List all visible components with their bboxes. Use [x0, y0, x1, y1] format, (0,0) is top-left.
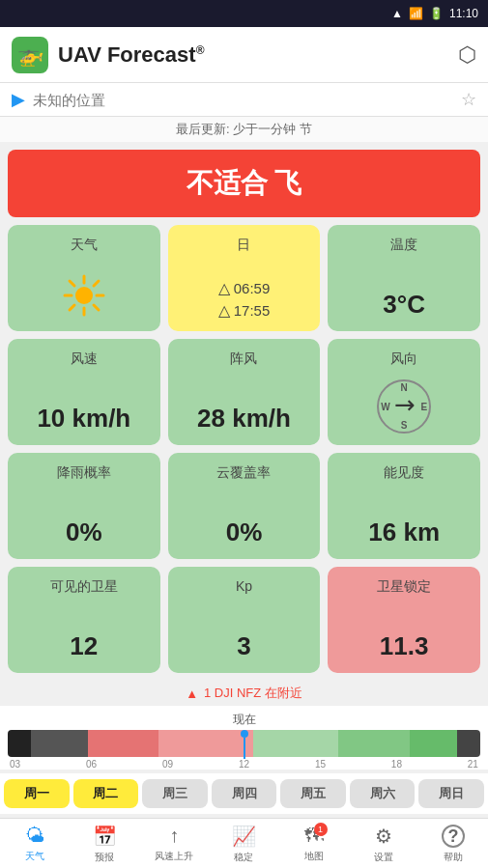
time-label-12: 12 [239, 759, 249, 770]
nav-map[interactable]: 🗺 1 地图 [279, 825, 349, 864]
timeline-segment-green2 [338, 730, 409, 757]
kp-card[interactable]: Kp 3 [168, 567, 321, 673]
nav-stable[interactable]: 📈 稳定 [209, 825, 278, 864]
svg-line-8 [70, 305, 74, 310]
kp-title: Kp [236, 578, 252, 594]
gust-value: 28 km/h [197, 404, 291, 434]
wind-speed-title: 风速 [71, 350, 98, 368]
temperature-title: 温度 [390, 237, 417, 254]
rain-card[interactable]: 降雨概率 0% [8, 453, 160, 559]
compass-widget: N S W E ↙ [377, 379, 431, 434]
weather-grid: 天气 日 [0, 225, 488, 681]
nav-weather[interactable]: 🌤 天气 [0, 825, 70, 864]
search-bar: ▶ ☆ [0, 83, 488, 117]
warning-banner: ▲ 1 DJI NFZ 在附近 [0, 681, 488, 706]
nav-settings[interactable]: ⚙ 设置 [349, 825, 418, 864]
satellites-card[interactable]: 可见的卫星 12 [8, 567, 160, 673]
wind-direction-card[interactable]: 风向 N S W E ↙ [328, 339, 480, 445]
nav-help-label: 帮助 [444, 851, 463, 864]
kp-value: 3 [237, 631, 250, 661]
nav-weather-icon: 🌤 [25, 825, 44, 847]
nav-map-label: 地图 [304, 850, 324, 863]
signal-icon: 📶 [409, 7, 423, 20]
sun-times-info: △ 06:59 △ 17:55 [218, 279, 271, 320]
map-badge-count: 1 [314, 823, 328, 836]
svg-line-5 [70, 281, 74, 286]
now-pointer [241, 730, 248, 759]
share-button[interactable]: ⬡ [458, 42, 476, 68]
day-tab-friday[interactable]: 周五 [280, 779, 346, 808]
sun-svg [61, 272, 107, 319]
sunset-row: △ 17:55 [218, 301, 271, 320]
nav-help-icon: ? [442, 825, 465, 848]
cloud-card[interactable]: 云覆盖率 0% [168, 453, 321, 559]
nav-forecast-label: 预报 [95, 851, 114, 864]
app-logo: 🚁 [12, 37, 48, 73]
satellite-lock-card[interactable]: 卫星锁定 11.3 [328, 567, 480, 673]
search-input[interactable] [33, 92, 453, 108]
location-icon[interactable]: ▶ [12, 89, 25, 110]
visibility-title: 能见度 [384, 464, 424, 482]
time: 11:10 [449, 7, 478, 20]
timeline-segment-dark1 [8, 730, 31, 757]
svg-line-7 [94, 281, 99, 286]
day-tab-sunday[interactable]: 周日 [418, 779, 484, 808]
flight-status-banner: 不适合 飞 [8, 150, 480, 217]
time-label-09: 09 [162, 759, 173, 770]
timeline-segment-dark3 [457, 730, 480, 757]
weather-card[interactable]: 天气 [8, 225, 160, 331]
app-title: UAV Forecast® [58, 42, 204, 68]
day-tab-monday[interactable]: 周一 [4, 779, 70, 808]
main-content: 不适合 飞 天气 [0, 150, 488, 868]
visibility-card[interactable]: 能见度 16 km [328, 453, 480, 559]
nav-forecast[interactable]: 📅 预报 [70, 825, 139, 864]
bottom-nav: 🌤 天气 📅 预报 ↑ 风速上升 📈 稳定 🗺 1 地图 ⚙ 设置 ? 帮助 [0, 818, 488, 868]
timeline-segment-green1 [253, 730, 338, 757]
gust-card[interactable]: 阵风 28 km/h [168, 339, 321, 445]
nav-wind[interactable]: ↑ 风速上升 [139, 825, 209, 864]
nav-settings-icon: ⚙ [375, 825, 392, 848]
wind-speed-value: 10 km/h [37, 404, 130, 434]
temperature-card[interactable]: 温度 3°C [328, 225, 480, 331]
timeline-wrapper[interactable]: 03 06 09 12 15 18 21 [8, 730, 480, 770]
compass-arrow: ↙ [388, 390, 420, 423]
weather-card-title: 天气 [71, 237, 98, 254]
gust-title: 阵风 [230, 350, 257, 368]
wifi-icon: ▲ [391, 7, 403, 20]
day-tab-saturday[interactable]: 周六 [350, 779, 416, 808]
timeline-section: 现在 03 06 09 12 15 [0, 706, 488, 770]
favorite-icon[interactable]: ☆ [461, 89, 476, 110]
wind-speed-card[interactable]: 风速 10 km/h [8, 339, 160, 445]
wind-direction-title: 风向 [390, 350, 417, 368]
now-label: 现在 [8, 712, 480, 728]
rain-value: 0% [66, 518, 102, 547]
sun-weather-icon [61, 271, 107, 320]
nav-stable-icon: 📈 [232, 825, 256, 848]
sunset-icon: △ [218, 301, 230, 320]
nav-help[interactable]: ? 帮助 [418, 825, 488, 864]
day-tab-tuesday[interactable]: 周二 [73, 779, 139, 808]
sunset-time: 17:55 [234, 302, 271, 319]
day-tabs: 周一 周二 周三 周四 周五 周六 周日 [0, 773, 488, 814]
cloud-value: 0% [226, 518, 263, 547]
satellite-lock-title: 卫星锁定 [377, 578, 431, 596]
last-update: 最后更新: 少于一分钟 节 [0, 117, 488, 142]
warning-text: 1 DJI NFZ 在附近 [204, 685, 302, 702]
day-tab-thursday[interactable]: 周四 [212, 779, 277, 808]
sunrise-icon: △ [218, 279, 230, 297]
header-left: 🚁 UAV Forecast® [12, 37, 204, 73]
sun-times-card[interactable]: 日 △ 06:59 △ 17:55 [168, 225, 321, 331]
temperature-value: 3°C [383, 290, 425, 320]
day-tab-wednesday[interactable]: 周三 [142, 779, 208, 808]
time-label-18: 18 [391, 759, 402, 770]
nav-wind-label: 风速上升 [155, 850, 193, 863]
satellite-lock-value: 11.3 [380, 631, 429, 661]
sun-card-title: 日 [237, 237, 250, 254]
nav-weather-label: 天气 [25, 850, 44, 863]
svg-line-6 [94, 305, 99, 310]
sunrise-time: 06:59 [234, 280, 271, 296]
warning-icon: ▲ [186, 686, 198, 701]
status-bar: ▲ 📶 🔋 11:10 [0, 0, 488, 27]
satellites-value: 12 [70, 631, 98, 661]
nav-stable-label: 稳定 [234, 851, 253, 864]
